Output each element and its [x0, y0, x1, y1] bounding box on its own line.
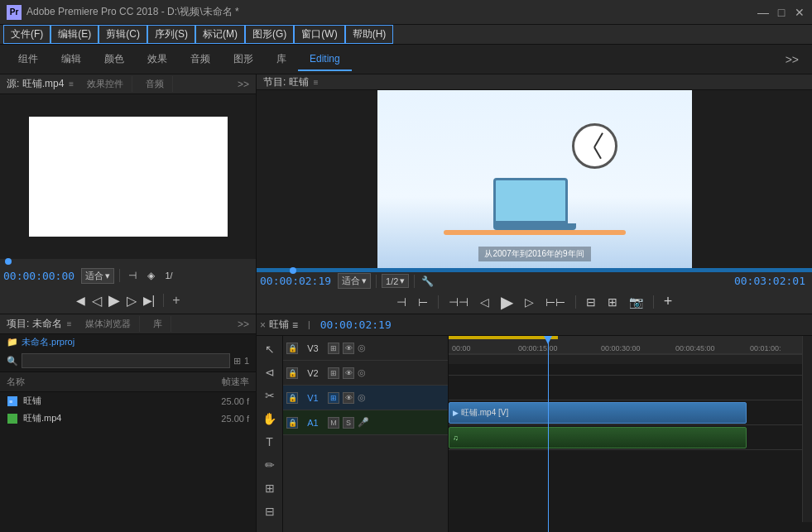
prog-step-back[interactable]: ◁: [477, 294, 492, 310]
track-v3-eye[interactable]: 👁: [343, 343, 354, 354]
tab-assembly[interactable]: 组件: [7, 47, 50, 71]
tab-effects[interactable]: 效果: [136, 47, 179, 71]
track-v1-sync[interactable]: ⊞: [328, 392, 339, 404]
menu-file[interactable]: 文件(F): [3, 25, 50, 44]
tab-color[interactable]: 颜色: [93, 47, 136, 71]
tab-graphics[interactable]: 图形: [222, 47, 265, 71]
track-v3-sync[interactable]: ⊞: [328, 343, 339, 354]
tool-ripple[interactable]: ⊲: [260, 362, 280, 382]
source-add-button[interactable]: +: [172, 293, 180, 308]
source-monitor-menu-icon[interactable]: ≡: [69, 79, 74, 89]
track-v2-eye2[interactable]: ◎: [358, 367, 366, 378]
track-v3-eye2[interactable]: ◎: [358, 343, 366, 353]
timeline-vscroll[interactable]: [802, 336, 812, 522]
source-scrub-bar[interactable]: [0, 259, 256, 264]
timeline-close-button[interactable]: ×: [260, 319, 266, 331]
tool-razor[interactable]: ✂: [260, 386, 280, 405]
source-fit-dropdown[interactable]: 适合 ▾: [81, 268, 114, 284]
track-row-a1: 🔒 A1 M S 🎤: [283, 410, 448, 435]
tool-text[interactable]: T: [260, 432, 280, 452]
menu-window[interactable]: 窗口(W): [294, 25, 344, 44]
tool-pen[interactable]: ✏: [260, 455, 280, 475]
menu-graphics[interactable]: 图形(G): [245, 25, 294, 44]
project-file-item-0[interactable]: ≡ 旺铺 25.00 f: [0, 392, 256, 410]
track-v1-lock[interactable]: 🔒: [286, 392, 298, 404]
tool-hand[interactable]: ✋: [260, 409, 280, 429]
track-v1-eye[interactable]: 👁: [343, 392, 354, 404]
audio-clip[interactable]: ♫: [449, 427, 747, 448]
program-wrench-icon[interactable]: 🔧: [420, 274, 435, 289]
track-a1-lock[interactable]: 🔒: [286, 417, 298, 429]
source-next-button[interactable]: ▶|: [143, 294, 156, 307]
video-laptop: [493, 178, 576, 230]
tab-editing[interactable]: Editing: [298, 48, 352, 71]
project-menu-icon[interactable]: ≡: [67, 319, 72, 328]
tab-media-browser[interactable]: 媒体浏览器: [77, 316, 140, 332]
close-button[interactable]: ✕: [794, 7, 805, 18]
source-timecode[interactable]: 00:00:00:00: [3, 270, 74, 282]
track-v2-name: V2: [301, 368, 324, 378]
program-fit-dropdown[interactable]: 适合 ▾: [338, 273, 371, 289]
source-scrub-handle[interactable]: [5, 258, 12, 265]
tab-libraries[interactable]: 库: [265, 47, 298, 71]
search-icon: 🔍: [7, 356, 18, 367]
track-v1-eye2[interactable]: ◎: [358, 392, 366, 403]
source-step-fwd-button[interactable]: ▷: [127, 293, 137, 309]
tool-magnet[interactable]: ⊞: [260, 478, 280, 498]
source-play-button[interactable]: ▶: [108, 291, 120, 309]
menu-clip[interactable]: 剪辑(C): [98, 25, 147, 44]
source-monitor: 源: 旺铺.mp4 ≡ 效果控件 音频 >> 00:00:00:00 适合 ▾: [0, 74, 256, 314]
tab-libraries[interactable]: 库: [145, 316, 171, 332]
source-monitor-more[interactable]: >>: [238, 79, 249, 90]
track-v2-sync[interactable]: ⊞: [328, 367, 339, 379]
workspace-more-button[interactable]: >>: [779, 50, 805, 69]
prog-overwrite[interactable]: ⊞: [604, 294, 621, 310]
program-timecode[interactable]: 00:00:02:19: [260, 275, 331, 287]
program-menu-icon[interactable]: ≡: [314, 78, 319, 87]
project-file-link[interactable]: 📁 未命名.prproj: [0, 334, 256, 350]
prog-prev-edit[interactable]: ⊣⊣: [445, 294, 472, 310]
track-v2-lock[interactable]: 🔒: [286, 367, 298, 379]
prog-next-edit[interactable]: ⊢⊢: [542, 294, 569, 310]
menu-sequence[interactable]: 序列(S): [147, 25, 195, 44]
prog-mark-in[interactable]: ⊣: [393, 294, 410, 310]
timeline-playhead[interactable]: [548, 336, 549, 532]
track-v3-lock[interactable]: 🔒: [286, 343, 298, 354]
tab-audio-clip[interactable]: 音频: [137, 76, 173, 92]
tab-editing-basic[interactable]: 编辑: [50, 47, 93, 71]
source-prev-button[interactable]: ◀: [76, 294, 85, 307]
track-a1-mute[interactable]: M: [328, 417, 339, 429]
minimize-button[interactable]: —: [757, 7, 769, 18]
timeline-menu-icon[interactable]: ≡: [292, 319, 298, 331]
prog-insert[interactable]: ⊟: [583, 294, 599, 310]
prog-play[interactable]: ▶: [497, 290, 517, 314]
video-clip[interactable]: ▶ 旺铺.mp4 [V]: [449, 402, 747, 424]
track-v2-eye[interactable]: 👁: [343, 367, 354, 379]
source-mark-in[interactable]: ⊣: [125, 268, 140, 283]
tab-audio[interactable]: 音频: [179, 47, 222, 71]
project-sort-icon[interactable]: 1: [244, 356, 249, 366]
track-a1-mic[interactable]: 🎤: [358, 417, 369, 428]
project-more[interactable]: >>: [238, 319, 249, 330]
prog-step-fwd[interactable]: ▷: [521, 294, 537, 310]
project-search-input[interactable]: [22, 353, 230, 368]
prog-mark-out[interactable]: ⊢: [415, 294, 431, 310]
program-quality-selector[interactable]: 1/2 ▾: [382, 274, 409, 288]
project-file-item-1[interactable]: 旺铺.mp4 25.00 f: [0, 410, 256, 427]
source-add-marker[interactable]: ◈: [143, 268, 158, 283]
track-a1-solo[interactable]: S: [343, 417, 354, 429]
program-scrub-handle[interactable]: [290, 267, 296, 274]
tool-link[interactable]: ⊟: [260, 501, 280, 521]
menu-help[interactable]: 帮助(H): [345, 25, 394, 44]
maximize-button[interactable]: □: [776, 7, 787, 18]
prog-add-button[interactable]: +: [661, 291, 676, 312]
menu-marker[interactable]: 标记(M): [195, 25, 245, 44]
project-view-icon[interactable]: ⊞: [233, 356, 241, 367]
program-scrub-bar[interactable]: [257, 268, 812, 272]
prog-export-frame[interactable]: 📷: [626, 294, 646, 310]
menu-edit[interactable]: 编辑(E): [50, 25, 98, 44]
tool-selection[interactable]: ↖: [260, 339, 280, 359]
timeline-timecode[interactable]: 00:00:02:19: [320, 319, 392, 331]
source-step-back-button[interactable]: ◁: [92, 293, 102, 309]
tab-effect-controls[interactable]: 效果控件: [79, 76, 132, 92]
